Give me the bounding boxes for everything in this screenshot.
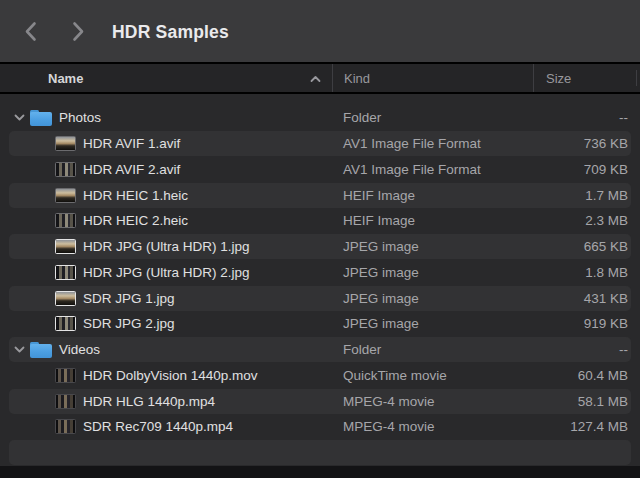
table-row[interactable]: HDR HEIC 1.heic HEIF Image 1.7 MB [0,182,640,208]
video-thumbnail-icon [55,394,76,409]
column-header-row: Name Kind Size [0,64,640,94]
table-row[interactable]: SDR JPG 2.jpg JPEG image 919 KB [0,311,640,337]
file-size: 58.1 MB [533,394,640,409]
disclosure-chevron-icon[interactable] [12,346,26,353]
file-name: HDR HLG 1440p.mp4 [83,394,215,409]
file-kind: AV1 Image File Format [332,162,533,177]
chevron-left-icon [24,21,37,42]
table-row[interactable]: HDR HLG 1440p.mp4 MPEG-4 movie 58.1 MB [0,388,640,414]
table-row[interactable]: HDR DolbyVision 1440p.mov QuickTime movi… [0,363,640,389]
video-thumbnail-icon [55,368,76,383]
table-row[interactable]: HDR JPG (Ultra HDR) 2.jpg JPEG image 1.8… [0,260,640,286]
framed-city-photo-thumbnail-icon [55,265,76,280]
file-name: HDR HEIC 1.heic [83,188,188,203]
file-name: HDR JPG (Ultra HDR) 2.jpg [83,265,250,280]
blue-folder-icon [30,341,52,359]
sort-ascending-icon [310,71,321,86]
file-list: Photos Folder -- HDR AVIF 1.avif AV1 Ima… [0,94,640,466]
back-button[interactable] [16,16,44,46]
file-kind: QuickTime movie [332,368,533,383]
framed-sunset-photo-thumbnail-icon [55,291,76,306]
file-kind: Folder [332,342,533,357]
column-header-size[interactable]: Size [533,64,640,92]
file-name: SDR Rec709 1440p.mp4 [83,419,233,434]
file-size: 736 KB [533,136,640,151]
window-title: HDR Samples [112,0,229,64]
file-name: HDR AVIF 2.avif [83,162,180,177]
file-kind: MPEG-4 movie [332,394,533,409]
file-kind: HEIF Image [332,188,533,203]
empty-row [0,440,640,466]
sunset-photo-thumbnail-icon [55,136,76,151]
disclosure-chevron-icon[interactable] [12,114,26,121]
framed-city-photo-thumbnail-icon [55,316,76,331]
file-name: SDR JPG 1.jpg [83,291,175,306]
file-name: SDR JPG 2.jpg [83,316,175,331]
chevron-right-icon [72,21,85,42]
file-name: HDR JPG (Ultra HDR) 1.jpg [83,239,250,254]
window-bottom-edge [0,466,640,475]
file-name: Videos [59,342,100,357]
file-name: HDR AVIF 1.avif [83,136,180,151]
file-size: 1.8 MB [533,265,640,280]
file-kind: HEIF Image [332,213,533,228]
table-row-videos-folder[interactable]: Videos Folder -- [0,337,640,363]
table-row[interactable]: HDR AVIF 2.avif AV1 Image File Format 70… [0,157,640,183]
table-row[interactable]: HDR JPG (Ultra HDR) 1.jpg JPEG image 665… [0,234,640,260]
file-size: 431 KB [533,291,640,306]
file-size: -- [533,110,640,125]
table-row-photos-folder[interactable]: Photos Folder -- [0,105,640,131]
file-kind: Folder [332,110,533,125]
file-size: 919 KB [533,316,640,331]
file-kind: AV1 Image File Format [332,136,533,151]
file-size: 60.4 MB [533,368,640,383]
blue-folder-icon [30,109,52,127]
table-row[interactable]: HDR AVIF 1.avif AV1 Image File Format 73… [0,131,640,157]
city-photo-thumbnail-icon [55,213,76,228]
column-header-name[interactable]: Name [0,64,332,92]
file-size: 1.7 MB [533,188,640,203]
file-size: 709 KB [533,162,640,177]
file-kind: JPEG image [332,239,533,254]
column-header-kind[interactable]: Kind [332,64,533,92]
file-name: HDR HEIC 2.heic [83,213,188,228]
table-row[interactable]: HDR HEIC 2.heic HEIF Image 2.3 MB [0,208,640,234]
file-size: 2.3 MB [533,213,640,228]
file-kind: JPEG image [332,316,533,331]
video-thumbnail-icon [55,419,76,434]
file-name: Photos [59,110,101,125]
framed-sunset-photo-thumbnail-icon [55,239,76,254]
file-kind: MPEG-4 movie [332,419,533,434]
city-photo-thumbnail-icon [55,162,76,177]
forward-button[interactable] [64,16,92,46]
file-size: 665 KB [533,239,640,254]
sunset-photo-thumbnail-icon [55,188,76,203]
table-row[interactable]: SDR JPG 1.jpg JPEG image 431 KB [0,285,640,311]
toolbar: HDR Samples [0,0,640,64]
file-name: HDR DolbyVision 1440p.mov [83,368,258,383]
file-kind: JPEG image [332,265,533,280]
file-size: -- [533,342,640,357]
file-kind: JPEG image [332,291,533,306]
file-size: 127.4 MB [533,419,640,434]
table-row[interactable]: SDR Rec709 1440p.mp4 MPEG-4 movie 127.4 … [0,414,640,440]
